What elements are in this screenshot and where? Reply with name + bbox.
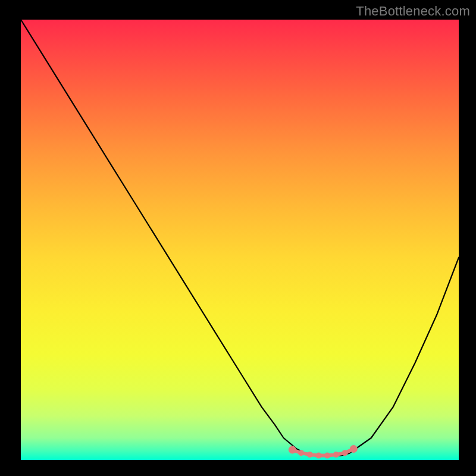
highlight-dot xyxy=(342,450,348,456)
main-curve xyxy=(21,20,459,456)
chart-svg xyxy=(21,20,459,460)
highlight-dot xyxy=(289,446,296,453)
highlight-dot xyxy=(315,453,321,459)
highlight-dot xyxy=(324,453,330,459)
chart-plot-area xyxy=(21,20,459,460)
chart-frame: TheBottleneck.com xyxy=(0,0,476,476)
highlight-dot xyxy=(333,452,339,458)
highlight-dot xyxy=(298,450,304,456)
highlight-dot xyxy=(307,452,313,458)
chart-curve-group xyxy=(21,20,459,459)
attribution-label: TheBottleneck.com xyxy=(356,4,470,19)
highlight-dot xyxy=(350,445,358,453)
